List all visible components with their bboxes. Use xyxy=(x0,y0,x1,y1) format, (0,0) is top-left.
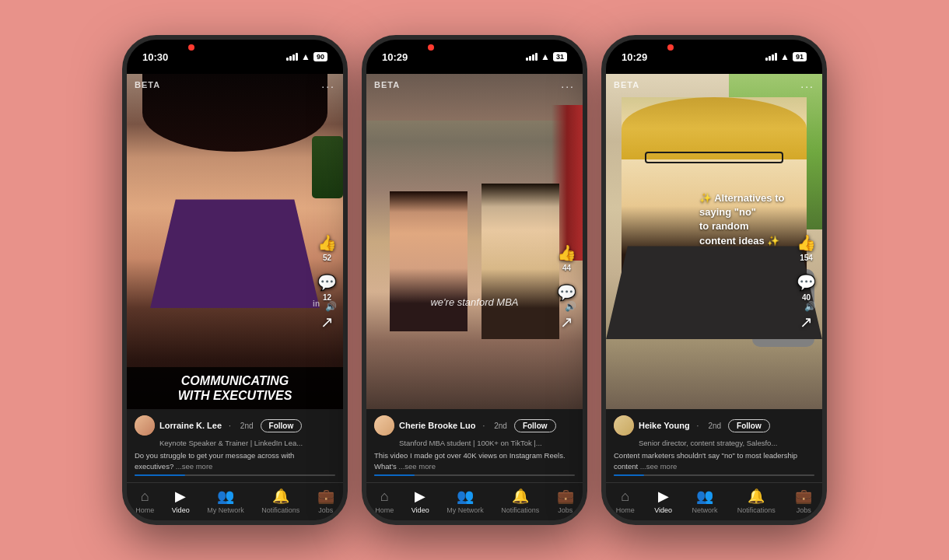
nav-video-3[interactable]: ▶ Video xyxy=(654,488,672,514)
status-time-1: 10:30 xyxy=(142,51,168,63)
more-dots-3[interactable]: ··· xyxy=(800,80,814,93)
home-label-2: Home xyxy=(375,506,394,514)
nav-network-2[interactable]: 👥 My Network xyxy=(446,488,484,514)
phones-container: 10:30 ▲ 90 xyxy=(122,35,827,525)
signal-bar xyxy=(769,56,771,61)
progress-fill-1 xyxy=(135,474,185,476)
progress-fill-2 xyxy=(374,474,415,476)
share-action-3[interactable]: ↗ xyxy=(800,313,813,331)
nav-network-3[interactable]: 👥 Network xyxy=(692,488,717,514)
creator-name-2[interactable]: Cherie Brooke Luo xyxy=(399,421,475,430)
signal-bars-1 xyxy=(286,53,298,61)
sound-icon-2[interactable]: 🔊 xyxy=(565,301,576,312)
progress-bar-3[interactable] xyxy=(614,474,814,476)
notch-1 xyxy=(188,40,282,57)
network-label-3: Network xyxy=(692,506,717,514)
progress-bar-1[interactable] xyxy=(135,474,335,476)
record-dot-3 xyxy=(667,44,674,51)
creator-name-1[interactable]: Lorraine K. Lee xyxy=(159,421,222,430)
nav-home-3[interactable]: ⌂ Home xyxy=(616,488,635,514)
nav-jobs-1[interactable]: 💼 Jobs xyxy=(317,488,334,514)
stanford-text-2: we're stanford MBA xyxy=(366,296,583,308)
see-more-2[interactable]: ...see more xyxy=(398,462,436,471)
share-action-1[interactable]: ↗ xyxy=(320,313,334,331)
battery-3: 91 xyxy=(793,52,807,61)
sound-icon-3[interactable]: 🔊 xyxy=(804,301,816,312)
see-more-1[interactable]: ...see more xyxy=(176,462,213,471)
phone-1: 10:30 ▲ 90 xyxy=(122,35,348,525)
status-bar-2: 10:29 ▲ 31 xyxy=(366,40,583,74)
notch-3 xyxy=(667,40,761,57)
phone-3: 10:29 ▲ 91 xyxy=(601,35,827,525)
network-label-2: My Network xyxy=(446,506,484,514)
battery-1: 90 xyxy=(313,52,327,61)
nav-bar-1: ⌂ Home ▶ Video 👥 My Network 🔔 Notificati… xyxy=(127,482,343,520)
nav-bar-2: ⌂ Home ▶ Video 👥 My Network 🔔 Notificati… xyxy=(366,482,583,520)
home-label-1: Home xyxy=(135,506,154,514)
person-right-2 xyxy=(482,184,559,339)
follow-button-2[interactable]: Follow xyxy=(514,419,556,432)
status-time-3: 10:29 xyxy=(622,51,647,63)
more-dots-2[interactable]: ··· xyxy=(561,80,575,93)
like-action-1[interactable]: 👍 52 xyxy=(317,233,337,262)
comment-icon-1: 💬 xyxy=(317,273,337,292)
notifications-icon-3: 🔔 xyxy=(748,488,765,505)
nav-jobs-3[interactable]: 💼 Jobs xyxy=(795,488,812,514)
share-icon-1: ↗ xyxy=(320,313,334,331)
person-left-2 xyxy=(390,191,467,331)
follow-button-1[interactable]: Follow xyxy=(261,419,303,432)
creator-info-2: Cherie Brooke Luo · 2nd Follow Stanford … xyxy=(366,409,583,482)
signal-bar xyxy=(529,56,531,61)
comment-action-1[interactable]: 💬 12 xyxy=(317,273,337,302)
nav-notifications-2[interactable]: 🔔 Notifications xyxy=(501,488,539,514)
creator-avatar-2 xyxy=(374,415,394,436)
share-action-2[interactable]: ↗ xyxy=(560,313,573,331)
alt-line1: ✨ Alternatives to xyxy=(699,191,816,205)
progress-bar-2[interactable] xyxy=(374,474,575,476)
home-icon-1: ⌂ xyxy=(141,488,149,505)
caption-text-1: Do you struggle to get your message acro… xyxy=(135,451,294,470)
phone-2: 10:29 ▲ 31 xyxy=(362,35,587,525)
signal-bar xyxy=(535,53,538,61)
comment-action-3[interactable]: 💬 40 xyxy=(797,273,816,302)
creator-avatar-1 xyxy=(135,415,155,436)
nav-notifications-1[interactable]: 🔔 Notifications xyxy=(261,488,299,514)
progress-fill-3 xyxy=(614,474,644,476)
caption-1: Do you struggle to get your message acro… xyxy=(135,450,335,471)
creator-name-3[interactable]: Heike Young xyxy=(639,421,690,430)
nav-home-2[interactable]: ⌂ Home xyxy=(375,488,394,514)
phone-3-content: 10:29 ▲ 91 xyxy=(606,40,822,520)
creator-info-1: Lorraine K. Lee · 2nd Follow Keynote Spe… xyxy=(127,409,343,482)
notifications-label-2: Notifications xyxy=(501,506,539,514)
nav-video-2[interactable]: ▶ Video xyxy=(411,488,429,514)
wifi-icon-1: ▲ xyxy=(301,51,310,62)
creator-title-3: Senior director, content strategy, Sales… xyxy=(639,439,814,447)
notifications-label-1: Notifications xyxy=(261,506,299,514)
home-label-3: Home xyxy=(616,506,635,514)
see-more-3[interactable]: ...see more xyxy=(640,462,678,471)
nav-notifications-3[interactable]: 🔔 Notifications xyxy=(737,488,776,514)
network-icon-3: 👥 xyxy=(696,488,713,505)
sound-icon-1[interactable]: 🔊 xyxy=(325,301,337,312)
nav-video-1[interactable]: ▶ Video xyxy=(172,488,190,514)
like-action-2[interactable]: 👍 44 xyxy=(557,243,576,272)
nav-jobs-2[interactable]: 💼 Jobs xyxy=(557,488,574,514)
video-area-2[interactable]: we're stanford MBA BETA ··· 👍 44 💬 ↗ xyxy=(366,74,583,409)
comment-action-2[interactable]: 💬 xyxy=(557,283,576,302)
creator-row-1: Lorraine K. Lee · 2nd Follow xyxy=(135,415,335,436)
signal-bars-2 xyxy=(526,53,538,61)
like-icon-2: 👍 xyxy=(557,243,576,262)
caption-3: Content marketers shouldn't say "no" to … xyxy=(614,450,814,471)
battery-2: 31 xyxy=(553,52,567,61)
video-area-3[interactable]: BETA ··· ✨ Alternatives to saying "no" t… xyxy=(606,74,822,409)
video-area-1[interactable]: BETA ··· COMMUNICATING WITH EXECUTIVES 👍… xyxy=(127,74,343,409)
side-actions-2: 👍 44 💬 ↗ xyxy=(557,243,576,331)
more-dots-1[interactable]: ··· xyxy=(321,80,335,93)
status-bar-3: 10:29 ▲ 91 xyxy=(606,40,822,74)
nav-home-1[interactable]: ⌂ Home xyxy=(135,488,154,514)
like-action-3[interactable]: 👍 154 xyxy=(797,233,816,262)
follow-button-3[interactable]: Follow xyxy=(728,419,770,432)
dark-shirt-3 xyxy=(606,246,822,339)
nav-network-1[interactable]: 👥 My Network xyxy=(207,488,244,514)
notifications-icon-2: 🔔 xyxy=(512,488,529,505)
